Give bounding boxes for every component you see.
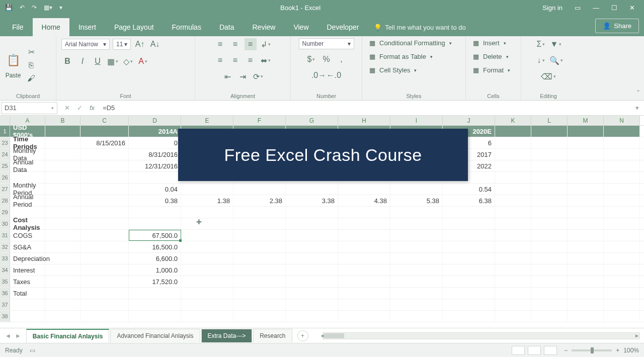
autosum-icon[interactable]: Σ xyxy=(535,38,547,50)
find-icon[interactable]: 🔍 xyxy=(550,54,562,66)
col-header[interactable]: D xyxy=(129,116,181,125)
tab-review[interactable]: Review xyxy=(244,18,285,36)
col-header[interactable]: C xyxy=(80,116,129,125)
font-size-select[interactable]: 11▾ xyxy=(113,39,131,50)
align-right-icon[interactable]: ≡ xyxy=(245,54,257,66)
insert-cells-button[interactable]: ▦Insert▾ xyxy=(471,38,508,48)
sheet-prev-icon[interactable]: ◄ xyxy=(5,332,11,339)
scroll-right-icon[interactable]: ► xyxy=(633,333,640,339)
format-painter-icon[interactable]: 🖌 xyxy=(26,73,36,83)
sort-filter-icon[interactable]: ▼ xyxy=(550,38,562,50)
col-header[interactable]: L xyxy=(531,116,568,125)
underline-icon[interactable]: U xyxy=(92,55,104,67)
increase-decimal-icon[interactable]: .0→ xyxy=(313,69,325,81)
add-sheet-button[interactable]: + xyxy=(297,330,308,341)
macro-record-icon[interactable]: ▭ xyxy=(30,347,35,354)
undo-icon[interactable]: ↶ xyxy=(20,4,25,11)
cell-styles-button[interactable]: ▦Cell Styles▾ xyxy=(367,65,419,75)
paste-label[interactable]: Paste xyxy=(6,72,21,79)
save-icon[interactable]: 💾 xyxy=(5,4,13,11)
expand-formula-icon[interactable]: ▾ xyxy=(630,104,644,112)
tab-formulas[interactable]: Formulas xyxy=(163,18,210,36)
format-as-table-button[interactable]: ▦Format as Table▾ xyxy=(367,52,435,61)
sheet-tab[interactable]: Basic Financial Anlaysis xyxy=(26,329,110,343)
sheet-tab[interactable]: Advanced Financial Anlaysis xyxy=(110,329,200,342)
zoom-out-icon[interactable]: − xyxy=(564,347,568,354)
wrap-text-icon[interactable]: ↲ xyxy=(260,38,272,50)
merge-icon[interactable]: ⬌ xyxy=(260,54,272,66)
col-header[interactable]: B xyxy=(45,116,80,125)
orientation-icon[interactable]: ⟳ xyxy=(252,70,264,82)
bold-icon[interactable]: B xyxy=(61,55,73,67)
decrease-indent-icon[interactable]: ⇤ xyxy=(222,70,234,82)
tab-home[interactable]: Home xyxy=(33,18,69,36)
tab-page-layout[interactable]: Page Layout xyxy=(105,18,163,36)
currency-icon[interactable]: $ xyxy=(305,53,317,65)
copy-icon[interactable]: ⎘ xyxy=(26,60,36,70)
format-cells-button[interactable]: ▦Format▾ xyxy=(471,65,512,75)
col-header[interactable]: F xyxy=(233,116,286,125)
delete-cells-button[interactable]: ▦Delete▾ xyxy=(471,52,511,61)
tab-data[interactable]: Data xyxy=(210,18,244,36)
fx-icon[interactable]: fx xyxy=(90,104,100,112)
clear-icon[interactable]: ⌫ xyxy=(542,70,554,82)
share-button[interactable]: 👤 Share xyxy=(595,19,639,33)
align-left-icon[interactable]: ≡ xyxy=(214,54,226,66)
horizontal-scrollbar[interactable]: ◄ ► xyxy=(323,332,640,339)
decrease-font-icon[interactable]: A↓ xyxy=(149,38,161,50)
col-header[interactable]: H xyxy=(338,116,390,125)
zoom-slider[interactable] xyxy=(572,349,612,351)
font-name-select[interactable]: Arial Narrow▾ xyxy=(61,39,110,50)
col-header[interactable]: I xyxy=(390,116,443,125)
tab-view[interactable]: View xyxy=(284,18,317,36)
col-header[interactable]: G xyxy=(286,116,338,125)
name-box[interactable]: D31▾ xyxy=(1,102,57,114)
percent-icon[interactable]: % xyxy=(320,53,333,65)
redo-icon[interactable]: ↷ xyxy=(32,4,37,11)
maximize-icon[interactable]: ☐ xyxy=(611,4,617,12)
view-normal-icon[interactable] xyxy=(512,346,525,355)
align-top-icon[interactable]: ≡ xyxy=(214,38,226,50)
signin-link[interactable]: Sign in xyxy=(542,4,562,12)
ribbon-display-icon[interactable]: ▭ xyxy=(575,4,581,12)
qat-customize-icon[interactable]: ▾ xyxy=(59,4,62,11)
paste-icon[interactable]: 📋 xyxy=(5,52,21,69)
number-format-select[interactable]: Number▾ xyxy=(299,38,354,49)
scroll-thumb[interactable] xyxy=(324,333,344,338)
fill-color-icon[interactable]: ◇ xyxy=(122,55,134,67)
align-middle-icon[interactable]: ≡ xyxy=(229,38,242,50)
sheet-tab[interactable]: Research xyxy=(253,329,292,342)
view-page-break-icon[interactable] xyxy=(544,346,557,355)
fill-icon[interactable]: ↓ xyxy=(535,54,547,66)
zoom-in-icon[interactable]: + xyxy=(616,347,619,354)
col-header[interactable]: M xyxy=(568,116,604,125)
spreadsheet-grid[interactable]: A B C D E F G H I J K L M N 1 USD $000's… xyxy=(0,116,644,328)
collapse-ribbon-icon[interactable]: ˄ xyxy=(636,89,640,97)
minimize-icon[interactable]: — xyxy=(593,4,599,12)
zoom-level[interactable]: 100% xyxy=(623,347,639,354)
align-center-icon[interactable]: ≡ xyxy=(229,54,242,66)
align-bottom-icon[interactable]: ≡ xyxy=(245,38,257,50)
col-header[interactable]: J xyxy=(443,116,495,125)
tab-insert[interactable]: Insert xyxy=(69,18,105,36)
sheet-tab[interactable]: Extra Data---> xyxy=(201,329,253,342)
tab-developer[interactable]: Developer xyxy=(318,18,368,36)
sheet-next-icon[interactable]: ► xyxy=(15,332,21,339)
increase-indent-icon[interactable]: ⇥ xyxy=(237,70,249,82)
increase-font-icon[interactable]: A↑ xyxy=(134,38,146,50)
tab-file[interactable]: File xyxy=(3,18,33,36)
cut-icon[interactable]: ✂ xyxy=(26,47,36,57)
comma-icon[interactable]: , xyxy=(336,53,348,65)
enter-formula-icon[interactable]: ✓ xyxy=(77,104,83,112)
active-cell[interactable]: 67,500.0 xyxy=(129,230,181,241)
italic-icon[interactable]: I xyxy=(76,55,89,67)
close-icon[interactable]: ✕ xyxy=(629,4,635,12)
col-header[interactable]: K xyxy=(495,116,531,125)
decrease-decimal-icon[interactable]: ←.0 xyxy=(328,69,340,81)
col-header[interactable]: E xyxy=(181,116,233,125)
tell-me-search[interactable]: 💡 Tell me what you want to do xyxy=(368,19,595,36)
conditional-formatting-button[interactable]: ▦Conditional Formatting▾ xyxy=(367,38,454,48)
qat-more-icon[interactable]: ▦▾ xyxy=(44,4,52,11)
borders-icon[interactable]: ▦ xyxy=(107,55,119,67)
formula-input[interactable]: =D5 xyxy=(100,104,630,112)
